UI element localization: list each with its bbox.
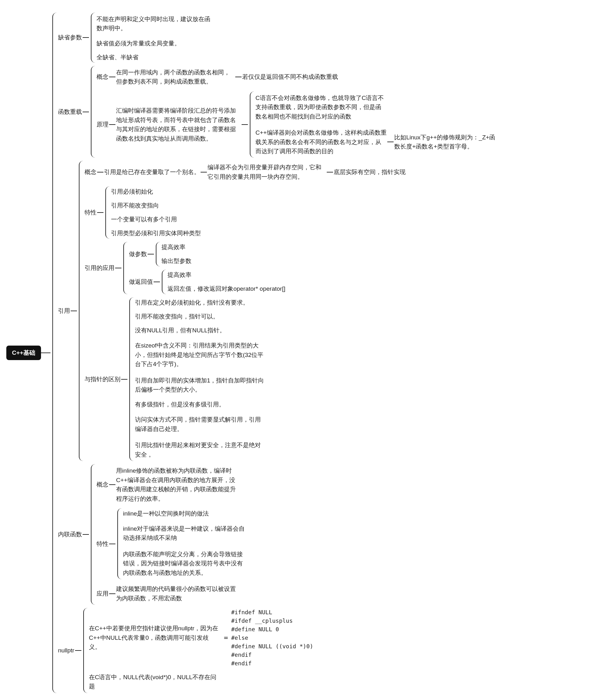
leaf: 引用不能改变指向，指针可以。	[134, 311, 267, 322]
connector	[109, 124, 115, 125]
label-overload: 函数重载	[58, 107, 83, 117]
children: 不能在声明和定义中同时出现，建议放在函数声明中。 缺省值必须为常量或全局变量。 …	[91, 13, 216, 63]
children: 引用必须初始化 引用不能改变指向 一个变量可以有多个引用 引用类型必须和引用实体…	[105, 186, 201, 239]
label: 与指针的区别	[84, 374, 121, 385]
node: 做返回值 提高效率 返回左值，修改返回对象operator* operator[…	[128, 270, 286, 294]
text: 引用是给已存在变量取了一个别名。	[103, 167, 200, 177]
children: 概念 用inline修饰的函数被称为内联函数，编译时C++编译器会在调用内联函数…	[91, 464, 248, 605]
text: 引用在定义时必须初始化，指针没有要求。	[134, 297, 249, 308]
leaf: 在sizeof中含义不同：引用结果为引用类型的大小，但指针始终是地址空间所占字节…	[134, 339, 267, 371]
connector	[83, 37, 89, 38]
leaf: 全缺省、半缺省	[96, 52, 216, 63]
node-ref-tx: 特性 引用必须初始化 引用不能改变指向 一个变量可以有多个引用 引用类型必须和引…	[84, 186, 406, 239]
text: 在同一作用域内，两个函数的函数名相同，但参数列表不同，则构成函数重载。	[115, 66, 235, 88]
label: 原理	[96, 119, 109, 130]
connector	[387, 141, 394, 142]
text: inline是一种以空间换时间的做法	[122, 508, 209, 519]
text: C语言不会对函数名做修饰，也就导致了C语言不支持函数重载，因为即使函数参数不同，…	[255, 91, 387, 123]
children: 在C++中若要使用空指针建议使用nullptr，因为在C++中NULL代表常量0…	[83, 608, 313, 693]
text: 输出型参数	[161, 256, 192, 266]
text: 引用不能改变指向	[110, 200, 160, 211]
children: 提高效率 返回左值，修改返回对象operator* operator[]	[162, 270, 286, 294]
label: 概念	[84, 167, 97, 177]
connector	[109, 484, 115, 485]
connector	[75, 650, 81, 651]
node-overload: 函数重载 概念 在同一作用域内，两个函数的函数名相同，但参数列表不同，则构成函数…	[58, 66, 501, 158]
text: 提高效率	[161, 242, 186, 252]
text: 用inline修饰的函数被称为内联函数，编译时C++编译器会在调用内联函数的地方…	[115, 464, 242, 505]
connector	[115, 268, 121, 268]
connector	[71, 311, 77, 311]
connector	[97, 172, 103, 173]
text: 底层实际有空间，指针实现	[333, 167, 406, 177]
leaf: 访问实体方式不同，指针需要显式解引用，引用编译器自己处理。	[134, 413, 267, 436]
code-block: #ifndef NULL #ifdef __cplusplus #define …	[231, 608, 313, 667]
leaf: 有多级指针，但是没有多级引用。	[134, 399, 267, 410]
label: 特性	[84, 207, 97, 218]
leaf: 引用类型必须和引用实体同种类型	[110, 228, 201, 239]
leaf: 引用必须初始化	[110, 186, 201, 197]
leaf: 一个变量可以有多个引用	[110, 214, 201, 225]
text: 缺省值必须为常量或全局变量。	[96, 38, 181, 49]
text: 全缺省、半缺省	[96, 52, 139, 63]
leaf: 提高效率	[161, 242, 192, 252]
node: 在C++中若要使用空指针建议使用nullptr，因为在C++中NULL代表常量0…	[88, 608, 313, 667]
node-inl-app: 应用 建议频繁调用的代码量很小的函数可以被设置为内联函数，不用宏函数	[96, 583, 248, 605]
connector	[109, 593, 115, 594]
leaf: inline对于编译器来说是一种建议，编译器会自动选择采纳或不采纳	[122, 522, 248, 545]
label: 概念	[96, 72, 109, 82]
text: inline对于编译器来说是一种建议，编译器会自动选择采纳或不采纳	[122, 522, 248, 545]
equals-symbol: =	[221, 634, 231, 642]
node-ol-gn: 概念 在同一作用域内，两个函数的函数名相同，但参数列表不同，则构成函数重载。 若…	[96, 66, 501, 88]
label: 应用	[96, 588, 109, 599]
connector	[200, 172, 207, 173]
connector	[97, 212, 103, 213]
text: 没有NULL引用，但有NULL指针。	[134, 325, 226, 336]
leaf: inline是一种以空间换时间的做法	[122, 508, 248, 519]
label-qscs: 缺省参数	[58, 32, 83, 43]
children: 提高效率 输出型参数	[156, 242, 192, 266]
leaf: 引用比指针使用起来相对更安全，注意不是绝对安全 。	[134, 439, 267, 461]
children: 做参数 提高效率 输出型参数 做返回值 提高效率	[123, 242, 286, 294]
text: C++编译器则会对函数名做修饰，这样构成函数重载关系的函数名会有不同的函数名与之…	[255, 126, 387, 158]
leaf: 引用在定义时必须初始化，指针没有要求。	[134, 297, 267, 308]
connector	[83, 112, 89, 112]
node-ref-diff: 与指针的区别 引用在定义时必须初始化，指针没有要求。 引用不能改变指向，指针可以…	[84, 297, 406, 461]
connector	[109, 543, 115, 544]
node-ref-gn: 概念 引用是给已存在变量取了一个别名。 编译器不会为引用变量开辟内存空间，它和它…	[84, 161, 406, 183]
text: 一个变量可以有多个引用	[110, 214, 177, 225]
level1-children: 缺省参数 不能在声明和定义中同时出现，建议放在函数声明中。 缺省值必须为常量或全…	[52, 13, 501, 693]
leaf: 内联函数不能声明定义分离，分离会导致链接错误，因为链接时编译器会发现符号表中没有…	[122, 548, 248, 579]
leaf: 缺省值必须为常量或全局变量。	[96, 38, 216, 49]
text: 引用比指针使用起来相对更安全，注意不是绝对安全 。	[134, 439, 267, 461]
children: C语言不会对函数名做修饰，也就导致了C语言不支持函数重载，因为即使函数参数不同，…	[250, 91, 501, 158]
node: 做参数 提高效率 输出型参数	[128, 242, 286, 266]
children: 概念 引用是给已存在变量取了一个别名。 编译器不会为引用变量开辟内存空间，它和它…	[79, 161, 406, 461]
text: 引用不能改变指向，指针可以。	[134, 311, 220, 322]
text: 引用类型必须和引用实体同种类型	[110, 228, 201, 239]
label-nullptr: nullptr	[58, 646, 75, 655]
leaf: 提高效率	[167, 270, 286, 280]
label: 特性	[96, 539, 109, 549]
text: 汇编时编译器需要将编译阶段汇总的符号添加地址形成符号表，而符号表中就包含了函数名…	[115, 104, 242, 145]
text: 引用必须初始化	[110, 186, 153, 197]
text: 在sizeof中含义不同：引用结果为引用类型的大小，但指针始终是地址空间所占字节…	[134, 339, 267, 371]
node-ref: 引用 概念 引用是给已存在变量取了一个别名。 编译器不会为引用变量开辟内存空间，…	[58, 161, 501, 461]
connector	[242, 124, 248, 125]
connector	[148, 254, 154, 254]
connector	[109, 77, 115, 77]
leaf: 在C语言中，NULL代表(void*)0，NULL不存在问题	[88, 671, 313, 693]
text: 不能在声明和定义中同时出现，建议放在函数声明中。	[96, 13, 216, 35]
label: 概念	[96, 479, 109, 490]
node-inl-tx: 特性 inline是一种以空间换时间的做法 inline对于编译器来说是一种建议…	[96, 508, 248, 579]
node: C++编译器则会对函数名做修饰，这样构成函数重载关系的函数名会有不同的函数名与之…	[255, 126, 501, 158]
label: 引用的应用	[84, 263, 115, 273]
text: 若仅仅是返回值不同不构成函数重载	[242, 72, 339, 82]
root-node: C++基础	[6, 346, 41, 360]
label: 做参数	[128, 249, 148, 260]
text: 在C语言中，NULL代表(void*)0，NULL不存在问题	[88, 671, 221, 693]
leaf: 输出型参数	[161, 256, 192, 266]
leaf: 引用自加即引用的实体增加1，指针自加即指针向后偏移一个类型的大小。	[134, 374, 267, 396]
node-ref-app: 引用的应用 做参数 提高效率 输出型参数 做返回值	[84, 242, 406, 294]
connector	[121, 379, 127, 380]
